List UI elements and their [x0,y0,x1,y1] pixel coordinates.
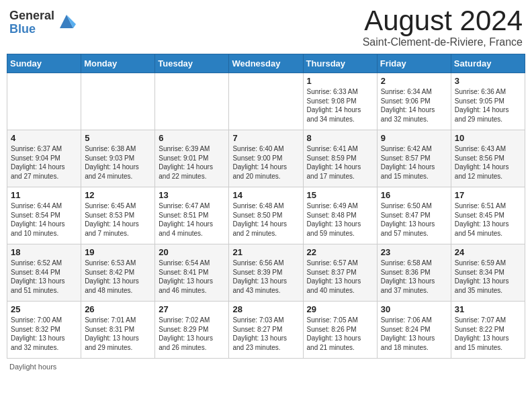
day-info: Sunrise: 6:44 AM Sunset: 8:54 PM Dayligh… [11,201,77,238]
day-number: 16 [381,190,447,200]
calendar-day-cell: 22Sunrise: 6:57 AM Sunset: 8:37 PM Dayli… [303,244,377,302]
day-info: Sunrise: 6:57 AM Sunset: 8:37 PM Dayligh… [307,259,373,295]
calendar-day-cell: 25Sunrise: 7:00 AM Sunset: 8:32 PM Dayli… [7,302,81,359]
calendar-day-cell: 16Sunrise: 6:50 AM Sunset: 8:47 PM Dayli… [377,187,451,244]
day-info: Sunrise: 6:41 AM Sunset: 8:59 PM Dayligh… [307,144,373,181]
calendar-day-cell: 2Sunrise: 6:34 AM Sunset: 9:06 PM Daylig… [377,73,451,130]
day-info: Sunrise: 6:45 AM Sunset: 8:53 PM Dayligh… [85,201,151,238]
day-info: Sunrise: 6:53 AM Sunset: 8:42 PM Dayligh… [85,259,151,295]
calendar-day-cell: 15Sunrise: 6:49 AM Sunset: 8:48 PM Dayli… [303,187,377,244]
logo-general-text: General [9,9,54,23]
day-number: 9 [381,133,447,143]
day-number: 12 [85,190,151,200]
header: General Blue August 2024 Saint-Clement-d… [7,7,525,48]
day-number: 26 [85,304,151,314]
calendar-header-row: SundayMondayTuesdayWednesdayThursdayFrid… [7,54,525,73]
calendar-day-cell: 11Sunrise: 6:44 AM Sunset: 8:54 PM Dayli… [7,187,81,244]
calendar-week-row: 18Sunrise: 6:52 AM Sunset: 8:44 PM Dayli… [7,244,525,302]
logo: General Blue [9,9,76,36]
calendar-week-row: 11Sunrise: 6:44 AM Sunset: 8:54 PM Dayli… [7,187,525,244]
day-number: 27 [159,304,225,314]
calendar-header-thursday: Thursday [303,54,377,73]
calendar-header-tuesday: Tuesday [155,54,229,73]
day-info: Sunrise: 6:38 AM Sunset: 9:03 PM Dayligh… [85,144,151,181]
calendar-day-cell [229,73,303,130]
day-info: Sunrise: 7:01 AM Sunset: 8:31 PM Dayligh… [85,316,151,352]
day-number: 8 [307,133,373,143]
day-info: Sunrise: 6:40 AM Sunset: 9:00 PM Dayligh… [232,144,299,181]
day-info: Sunrise: 6:54 AM Sunset: 8:41 PM Dayligh… [159,259,225,295]
calendar-day-cell: 8Sunrise: 6:41 AM Sunset: 8:59 PM Daylig… [303,130,377,187]
day-number: 2 [381,76,447,86]
calendar-day-cell: 13Sunrise: 6:47 AM Sunset: 8:51 PM Dayli… [155,187,229,244]
day-number: 23 [381,247,447,257]
footer: Daylight hours [7,363,525,371]
logo-icon [57,12,76,31]
day-number: 18 [11,247,77,257]
day-info: Sunrise: 7:06 AM Sunset: 8:24 PM Dayligh… [381,316,447,352]
day-info: Sunrise: 6:33 AM Sunset: 9:08 PM Dayligh… [307,87,373,124]
day-number: 19 [85,247,151,257]
daylight-label: Daylight hours [9,363,56,371]
day-info: Sunrise: 6:56 AM Sunset: 8:39 PM Dayligh… [232,259,299,295]
calendar-day-cell: 17Sunrise: 6:51 AM Sunset: 8:45 PM Dayli… [451,187,525,244]
location-title: Saint-Clement-de-Riviere, France [363,36,523,48]
day-number: 4 [11,133,77,143]
day-number: 10 [455,133,521,143]
day-info: Sunrise: 7:05 AM Sunset: 8:26 PM Dayligh… [307,316,373,352]
day-number: 20 [159,247,225,257]
day-number: 21 [232,247,299,257]
day-number: 30 [381,304,447,314]
calendar-day-cell: 20Sunrise: 6:54 AM Sunset: 8:41 PM Dayli… [155,244,229,302]
day-number: 25 [11,304,77,314]
calendar-day-cell: 21Sunrise: 6:56 AM Sunset: 8:39 PM Dayli… [229,244,303,302]
calendar-day-cell: 12Sunrise: 6:45 AM Sunset: 8:53 PM Dayli… [81,187,155,244]
calendar-header-friday: Friday [377,54,451,73]
day-number: 11 [11,190,77,200]
day-number: 7 [232,133,299,143]
day-info: Sunrise: 6:42 AM Sunset: 8:57 PM Dayligh… [381,144,447,181]
calendar-day-cell: 5Sunrise: 6:38 AM Sunset: 9:03 PM Daylig… [81,130,155,187]
calendar-week-row: 1Sunrise: 6:33 AM Sunset: 9:08 PM Daylig… [7,73,525,130]
day-info: Sunrise: 6:37 AM Sunset: 9:04 PM Dayligh… [11,144,77,181]
calendar-day-cell: 26Sunrise: 7:01 AM Sunset: 8:31 PM Dayli… [81,302,155,359]
day-info: Sunrise: 7:00 AM Sunset: 8:32 PM Dayligh… [11,316,77,352]
calendar-day-cell: 14Sunrise: 6:48 AM Sunset: 8:50 PM Dayli… [229,187,303,244]
day-number: 28 [232,304,299,314]
calendar-week-row: 4Sunrise: 6:37 AM Sunset: 9:04 PM Daylig… [7,130,525,187]
day-number: 24 [455,247,521,257]
day-info: Sunrise: 6:49 AM Sunset: 8:48 PM Dayligh… [307,201,373,238]
calendar-day-cell: 30Sunrise: 7:06 AM Sunset: 8:24 PM Dayli… [377,302,451,359]
calendar-day-cell: 9Sunrise: 6:42 AM Sunset: 8:57 PM Daylig… [377,130,451,187]
calendar-day-cell: 4Sunrise: 6:37 AM Sunset: 9:04 PM Daylig… [7,130,81,187]
calendar-day-cell: 28Sunrise: 7:03 AM Sunset: 8:27 PM Dayli… [229,302,303,359]
day-number: 13 [159,190,225,200]
calendar-day-cell [81,73,155,130]
day-info: Sunrise: 6:43 AM Sunset: 8:56 PM Dayligh… [455,144,521,181]
calendar-week-row: 25Sunrise: 7:00 AM Sunset: 8:32 PM Dayli… [7,302,525,359]
calendar-day-cell: 6Sunrise: 6:39 AM Sunset: 9:01 PM Daylig… [155,130,229,187]
day-info: Sunrise: 6:52 AM Sunset: 8:44 PM Dayligh… [11,259,77,295]
day-info: Sunrise: 6:36 AM Sunset: 9:05 PM Dayligh… [455,87,521,124]
month-title: August 2024 [363,7,523,35]
calendar-day-cell: 18Sunrise: 6:52 AM Sunset: 8:44 PM Dayli… [7,244,81,302]
day-number: 31 [455,304,521,314]
calendar-day-cell: 19Sunrise: 6:53 AM Sunset: 8:42 PM Dayli… [81,244,155,302]
calendar-header-wednesday: Wednesday [229,54,303,73]
day-info: Sunrise: 7:02 AM Sunset: 8:29 PM Dayligh… [159,316,225,352]
calendar-header-sunday: Sunday [7,54,81,73]
day-info: Sunrise: 6:50 AM Sunset: 8:47 PM Dayligh… [381,201,447,238]
day-number: 22 [307,247,373,257]
calendar-day-cell: 31Sunrise: 7:07 AM Sunset: 8:22 PM Dayli… [451,302,525,359]
day-info: Sunrise: 6:59 AM Sunset: 8:34 PM Dayligh… [455,259,521,295]
calendar-day-cell: 24Sunrise: 6:59 AM Sunset: 8:34 PM Dayli… [451,244,525,302]
calendar-header-saturday: Saturday [451,54,525,73]
day-number: 1 [307,76,373,86]
day-info: Sunrise: 6:48 AM Sunset: 8:50 PM Dayligh… [232,201,299,238]
calendar-day-cell: 27Sunrise: 7:02 AM Sunset: 8:29 PM Dayli… [155,302,229,359]
calendar-day-cell: 23Sunrise: 6:58 AM Sunset: 8:36 PM Dayli… [377,244,451,302]
calendar-day-cell: 1Sunrise: 6:33 AM Sunset: 9:08 PM Daylig… [303,73,377,130]
day-number: 17 [455,190,521,200]
title-area: August 2024 Saint-Clement-de-Riviere, Fr… [363,7,523,48]
day-number: 15 [307,190,373,200]
